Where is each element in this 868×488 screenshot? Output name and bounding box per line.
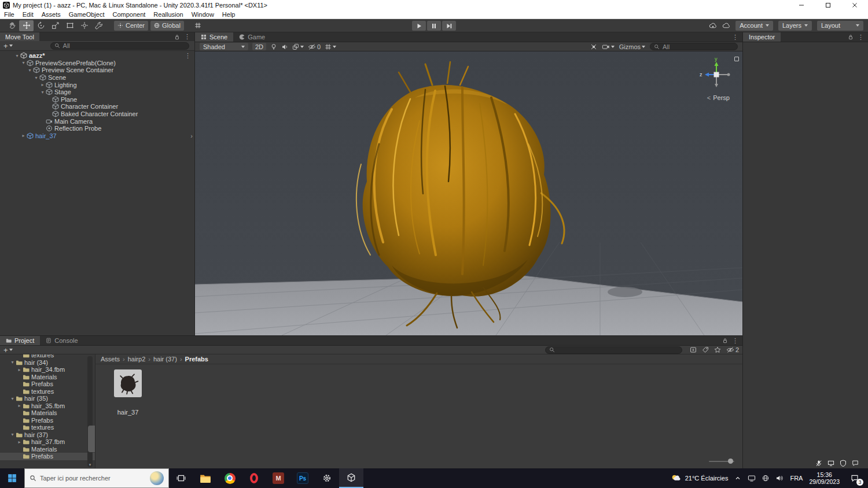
orientation-global-button[interactable]: Global [150, 21, 184, 31]
folder-item-materials[interactable]: Materials [0, 409, 95, 417]
foldout-closed-icon[interactable]: ▸ [20, 133, 27, 138]
maximize-button[interactable] [815, 0, 841, 10]
projection-toggle[interactable]: < Persp [707, 94, 730, 101]
account-dropdown[interactable]: Account [735, 21, 773, 31]
foldout-closed-icon[interactable]: ▸ [39, 82, 46, 87]
tab-inspector[interactable]: Inspector [743, 32, 781, 42]
toggle-2d-button[interactable]: 2D [252, 43, 266, 50]
kebab-menu-icon[interactable]: ⋮ [732, 338, 738, 344]
settings-button[interactable] [315, 468, 339, 488]
folder-item-textures[interactable]: textures [0, 424, 95, 431]
folder-item-prefabs[interactable]: Prefabs [0, 380, 95, 388]
scale-tool-button[interactable] [48, 20, 62, 31]
menu-assets[interactable]: Assets [38, 11, 65, 18]
scene-camera-dropdown[interactable] [602, 43, 615, 51]
language-indicator[interactable]: FRA [790, 475, 803, 482]
breadcrumb-assets[interactable]: Assets [101, 356, 120, 363]
shield-icon[interactable] [840, 460, 847, 467]
play-button[interactable] [412, 21, 426, 31]
project-search-input[interactable] [545, 346, 682, 354]
tab-project[interactable]: Project [0, 336, 40, 345]
hierarchy-item-character-container[interactable]: Character Container [0, 103, 194, 110]
hierarchy-item-main-camera[interactable]: Main Camera [0, 117, 194, 125]
hierarchy-item-scene-aazz[interactable]: ▾ aazz* ⋮ [0, 52, 194, 60]
hierarchy-search-input[interactable]: All [50, 42, 189, 50]
cloud-icon[interactable] [722, 21, 730, 29]
foldout-open-icon[interactable]: ▾ [33, 75, 39, 80]
foldout-open-icon[interactable]: ▾ [27, 68, 33, 73]
menu-window[interactable]: Window [187, 11, 218, 18]
folder-item-textures[interactable]: textures [0, 354, 95, 359]
foldout-closed-icon[interactable]: ▸ [16, 367, 23, 372]
menu-gameobject[interactable]: GameObject [65, 11, 109, 18]
photoshop-button[interactable]: Ps [290, 468, 315, 488]
task-view-button[interactable] [169, 468, 193, 488]
pivot-center-button[interactable]: Center [114, 21, 148, 31]
microphone-muted-icon[interactable] [815, 460, 822, 467]
step-button[interactable] [442, 21, 456, 31]
foldout-closed-icon[interactable]: ▸ [16, 439, 23, 445]
foldout-open-icon[interactable]: ▾ [14, 53, 20, 58]
network-icon[interactable] [748, 474, 756, 482]
foldout-open-icon[interactable]: ▾ [9, 360, 16, 365]
hidden-packages-toggle[interactable]: 2 [726, 346, 739, 354]
gizmos-dropdown[interactable]: Gizmos [619, 43, 645, 50]
folder-item-hair35fbm[interactable]: ▸hair_35.fbm [0, 402, 95, 410]
pan-tool-button[interactable] [5, 20, 19, 31]
file-explorer-button[interactable] [193, 468, 218, 488]
foldout-open-icon[interactable]: ▾ [9, 396, 16, 401]
asset-thumbnail[interactable] [114, 369, 142, 397]
layout-dropdown[interactable]: Layout [817, 21, 863, 31]
viewport-corner-widget-icon[interactable] [734, 57, 739, 61]
search-highlight-image[interactable] [150, 471, 164, 485]
draw-mode-dropdown[interactable]: Shaded [200, 43, 248, 50]
scene-tool-settings-icon[interactable] [590, 43, 597, 50]
folder-item-hair34fbm[interactable]: ▸hair_34.fbm [0, 366, 95, 374]
scene-effects-dropdown[interactable] [292, 43, 304, 50]
folder-item-hair35[interactable]: ▾hair (35) [0, 395, 95, 402]
start-button[interactable] [0, 468, 24, 488]
custom-tool-button[interactable] [91, 20, 106, 31]
folder-item-prefabs[interactable]: Prefabs [0, 417, 95, 424]
hierarchy-item-hair37[interactable]: ▸ hair_37 › [0, 132, 194, 140]
chrome-button[interactable] [218, 468, 242, 488]
search-by-label-icon[interactable] [702, 346, 709, 353]
clock[interactable]: 15:36 29/09/2023 [809, 471, 840, 485]
kebab-menu-icon[interactable]: ⋮ [184, 34, 190, 40]
thumbnail-zoom-slider[interactable] [709, 459, 734, 464]
foldout-open-icon[interactable]: ▾ [20, 60, 27, 65]
create-asset-button[interactable]: + [3, 346, 13, 354]
layers-dropdown[interactable]: Layers [778, 21, 812, 31]
scroll-down-arrow-icon[interactable]: ▾ [87, 463, 93, 467]
hierarchy-item-plane[interactable]: Plane [0, 96, 194, 103]
show-hidden-icons-chevron[interactable] [734, 475, 741, 482]
chat-icon[interactable] [852, 460, 859, 467]
foldout-closed-icon[interactable]: ▸ [16, 403, 23, 408]
import-package-icon[interactable] [690, 346, 697, 353]
hierarchy-item-reflection-probe[interactable]: Reflection Probe [0, 125, 194, 132]
hierarchy-item-lighting[interactable]: ▸ Lighting [0, 81, 194, 88]
weather-widget[interactable]: 21°C Éclaircies [670, 474, 729, 483]
action-center-button[interactable]: 3 [846, 468, 863, 488]
menu-component[interactable]: Component [108, 11, 149, 18]
breadcrumb-hairp2[interactable]: hairp2 [128, 356, 146, 363]
grid-snap-button[interactable] [191, 20, 205, 31]
favorites-star-icon[interactable] [714, 346, 721, 353]
scene-search-input[interactable]: All [650, 43, 738, 50]
folder-item-hair34[interactable]: ▾hair (34) [0, 359, 95, 367]
pause-button[interactable] [427, 21, 441, 31]
grid-visibility-dropdown[interactable] [325, 43, 336, 50]
folder-item-hair37[interactable]: ▾hair (37) [0, 431, 95, 439]
folder-item-prefabs-selected[interactable]: Prefabs [0, 453, 95, 460]
asset-hair37[interactable]: hair_37 [106, 369, 150, 416]
m-app-button[interactable]: M [266, 468, 290, 488]
menu-file[interactable]: File [0, 11, 19, 18]
unity-taskbar-button[interactable] [339, 468, 363, 488]
rotate-tool-button[interactable] [34, 20, 48, 31]
folder-item-textures[interactable]: textures [0, 388, 95, 395]
lock-icon[interactable] [722, 338, 728, 343]
menu-help[interactable]: Help [218, 11, 240, 18]
move-tool-button[interactable] [19, 20, 34, 31]
orientation-gizmo[interactable]: y z [698, 55, 734, 92]
rect-tool-button[interactable] [62, 20, 77, 31]
